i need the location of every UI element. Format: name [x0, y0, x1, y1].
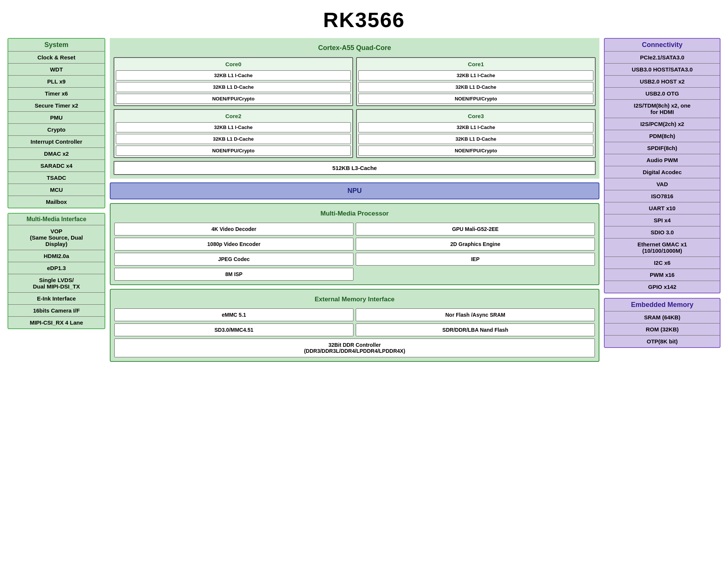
cores-grid: Core0 32KB L1 I-Cache 32KB L1 D-Cache NO…: [114, 57, 596, 158]
core3-box: Core3 32KB L1 I-Cache 32KB L1 D-Cache NO…: [356, 109, 596, 158]
mmi-item-2: eDP1.3: [8, 262, 105, 274]
extmem-item-l0: eMMC 5.1: [114, 308, 353, 321]
conn-item-15: Ethernet GMAC x1 (10/100/1000M): [605, 238, 720, 257]
mmp-item-r0: GPU Mali-G52-2EE: [356, 223, 595, 235]
cortex-header: Cortex-A55 Quad-Core: [114, 42, 596, 54]
mmp-item-r2: IEP: [356, 253, 595, 266]
core0-item2: NOEN/FPU/Crypto: [116, 94, 351, 104]
system-item-12: Mailbox: [8, 196, 105, 208]
conn-item-10: VAD: [605, 178, 720, 190]
system-item-9: SARADC x4: [8, 159, 105, 172]
extmem-item-r0: Nor Flash /Async SRAM: [356, 308, 595, 321]
system-item-6: Crypto: [8, 123, 105, 135]
external-memory-panel: External Memory Interface eMMC 5.1 Nor F…: [110, 289, 599, 362]
conn-item-6: PDM(8ch): [605, 130, 720, 142]
system-header: System: [8, 39, 105, 51]
conn-item-12: UART x10: [605, 202, 720, 214]
mmp-item-2: JPEG Codec: [114, 253, 353, 266]
mmi-item-3: Single LVDS/ Dual MIPI-DSI_TX: [8, 274, 105, 292]
mmi-item-6: MIPI-CSI_RX 4 Lane: [8, 316, 105, 328]
core3-header: Core3: [358, 111, 593, 121]
core2-header: Core2: [116, 111, 351, 121]
extmem-item-l1: SD3.0/MMC4.51: [114, 323, 353, 336]
system-item-1: WDT: [8, 63, 105, 75]
core1-box: Core1 32KB L1 I-Cache 32KB L1 D-Cache NO…: [356, 57, 596, 106]
main-title: RK3566: [8, 8, 720, 32]
conn-item-9: Digital Acodec: [605, 166, 720, 178]
conn-item-17: PWM x16: [605, 269, 720, 281]
conn-item-13: SPI x4: [605, 214, 720, 226]
system-item-11: MCU: [8, 184, 105, 196]
emem-item-1: ROM (32KB): [605, 323, 720, 335]
npu-panel: NPU: [110, 182, 599, 199]
extmem-grid: eMMC 5.1 Nor Flash /Async SRAM SD3.0/MMC…: [114, 308, 595, 357]
conn-item-0: PCIe2.1/SATA3.0: [605, 51, 720, 63]
core0-item1: 32KB L1 D-Cache: [116, 82, 351, 92]
multimedia-processor-panel: Multi-Media Processor 4K Video Decoder G…: [110, 203, 599, 285]
mmp-item-r1: 2D Graphics Engine: [356, 238, 595, 251]
core1-header: Core1: [358, 59, 593, 69]
conn-item-1: USB3.0 HOST/SATA3.0: [605, 63, 720, 75]
mmi-item-5: 16bits Camera I/F: [8, 304, 105, 316]
right-column: Connectivity PCIe2.1/SATA3.0 USB3.0 HOST…: [604, 38, 720, 348]
system-item-4: Secure Timer x2: [8, 99, 105, 111]
core2-item2: NOEN/FPU/Crypto: [116, 146, 351, 156]
embedded-memory-panel: Embedded Memory SRAM (64KB) ROM (32KB) O…: [604, 298, 720, 348]
mmp-grid: 4K Video Decoder GPU Mali-G52-2EE 1080p …: [114, 223, 595, 281]
system-item-3: Timer x6: [8, 87, 105, 99]
extmem-header: External Memory Interface: [114, 293, 595, 305]
core2-box: Core2 32KB L1 I-Cache 32KB L1 D-Cache NO…: [114, 109, 353, 158]
system-item-10: TSADC: [8, 172, 105, 184]
core2-item1: 32KB L1 D-Cache: [116, 134, 351, 144]
conn-item-18: GPIO x142: [605, 281, 720, 293]
core3-item2: NOEN/FPU/Crypto: [358, 146, 593, 156]
conn-item-11: ISO7816: [605, 190, 720, 202]
core3-item0: 32KB L1 I-Cache: [358, 122, 593, 132]
mmp-item-3: 8M ISP: [114, 268, 353, 281]
system-item-0: Clock & Reset: [8, 51, 105, 63]
connectivity-panel: Connectivity PCIe2.1/SATA3.0 USB3.0 HOST…: [604, 38, 720, 293]
conn-item-14: SDIO 3.0: [605, 226, 720, 238]
core1-item0: 32KB L1 I-Cache: [358, 70, 593, 80]
core3-item1: 32KB L1 D-Cache: [358, 134, 593, 144]
conn-item-3: USB2.0 OTG: [605, 87, 720, 99]
left-column: System Clock & Reset WDT PLL x9 Timer x6…: [8, 38, 105, 329]
mmp-item-0: 4K Video Decoder: [114, 223, 353, 235]
mmi-header: Multi-Media Interface: [8, 214, 105, 225]
core0-item0: 32KB L1 I-Cache: [116, 70, 351, 80]
extmem-ddr: 32Bit DDR Controller (DDR3/DDR3L/DDR4/LP…: [114, 339, 595, 357]
extmem-item-r1: SDR/DDR/LBA Nand Flash: [356, 323, 595, 336]
system-item-2: PLL x9: [8, 75, 105, 87]
core0-box: Core0 32KB L1 I-Cache 32KB L1 D-Cache NO…: [114, 57, 353, 106]
core1-item1: 32KB L1 D-Cache: [358, 82, 593, 92]
center-column: Cortex-A55 Quad-Core Core0 32KB L1 I-Cac…: [110, 38, 599, 362]
mmp-header: Multi-Media Processor: [114, 208, 595, 220]
emem-item-0: SRAM (64KB): [605, 311, 720, 323]
system-item-7: Interrupt Controller: [8, 135, 105, 147]
conn-item-2: USB2.0 HOST x2: [605, 75, 720, 87]
conn-item-8: Audio PWM: [605, 154, 720, 166]
system-item-5: PMU: [8, 111, 105, 123]
emem-item-2: OTP(8K bit): [605, 335, 720, 347]
cortex-panel: Cortex-A55 Quad-Core Core0 32KB L1 I-Cac…: [110, 38, 599, 179]
system-panel: System Clock & Reset WDT PLL x9 Timer x6…: [8, 38, 105, 208]
mmp-item-1: 1080p Video Encoder: [114, 238, 353, 251]
system-item-8: DMAC x2: [8, 147, 105, 159]
mmi-item-0: VOP (Same Source, Dual Display): [8, 225, 105, 250]
conn-header: Connectivity: [605, 39, 720, 51]
emem-header: Embedded Memory: [605, 299, 720, 311]
mmi-panel: Multi-Media Interface VOP (Same Source, …: [8, 213, 105, 329]
core1-item2: NOEN/FPU/Crypto: [358, 94, 593, 104]
conn-item-4: I2S/TDM(8ch) x2, one for HDMI: [605, 99, 720, 118]
mmi-item-1: HDMI2.0a: [8, 250, 105, 262]
l3-cache: 512KB L3-Cache: [114, 161, 596, 175]
conn-item-16: I2C x6: [605, 257, 720, 269]
core0-header: Core0: [116, 59, 351, 69]
conn-item-7: SPDIF(8ch): [605, 142, 720, 154]
conn-item-5: I2S/PCM(2ch) x2: [605, 118, 720, 130]
core2-item0: 32KB L1 I-Cache: [116, 122, 351, 132]
mmi-item-4: E-Ink Interface: [8, 292, 105, 304]
